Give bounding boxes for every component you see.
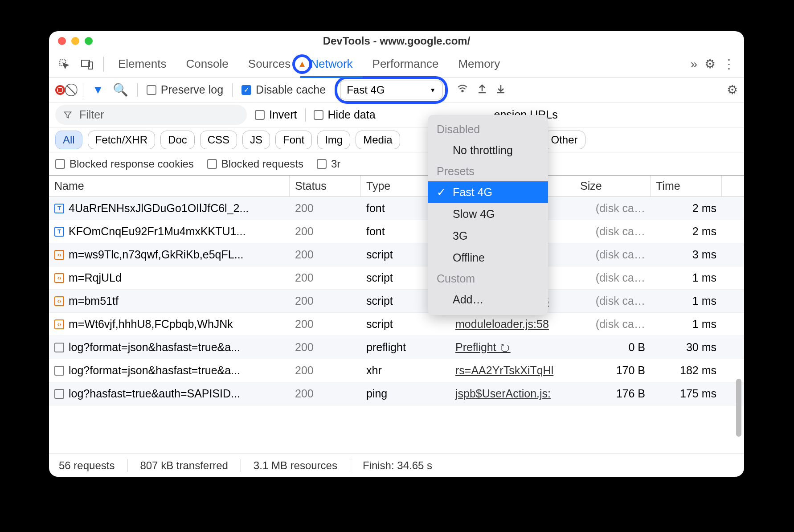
tab-memory[interactable]: Memory — [448, 51, 510, 78]
table-row[interactable]: ‹›m=bm51tf200scriptmoduleloader.js:58(di… — [49, 290, 744, 313]
warning-icon: ▲ — [298, 59, 307, 69]
export-har-icon[interactable] — [477, 83, 487, 97]
request-type: script — [361, 318, 450, 331]
request-size: (disk ca… — [575, 318, 651, 331]
inspect-icon[interactable] — [55, 55, 73, 73]
devtools-window: DevTools - www.google.com/ Elements Cons… — [49, 31, 744, 477]
tab-network[interactable]: ▲ Network — [300, 51, 362, 78]
tab-sources[interactable]: Sources — [238, 51, 300, 78]
throttle-option-none[interactable]: No throttling — [428, 139, 548, 161]
col-status[interactable]: Status — [290, 176, 361, 196]
request-name: log?hasfast=true&auth=SAPISID... — [69, 387, 240, 400]
request-status: 200 — [290, 202, 361, 215]
import-har-icon[interactable] — [496, 83, 506, 97]
request-size: (disk ca… — [575, 271, 651, 284]
request-time: 1 ms — [651, 318, 722, 331]
kebab-menu-icon[interactable]: ⋮ — [723, 57, 735, 71]
tab-elements[interactable]: Elements — [108, 51, 176, 78]
status-requests: 56 requests — [59, 459, 115, 472]
chip-img[interactable]: Img — [317, 131, 350, 149]
resource-type-chips: All Fetch/XHR Doc CSS JS Font Img Media … — [49, 127, 744, 152]
throttle-option-fast4g[interactable]: Fast 4G — [428, 181, 548, 203]
status-finish: Finish: 34.65 s — [363, 459, 432, 472]
font-icon: T — [54, 227, 64, 237]
tab-console[interactable]: Console — [176, 51, 238, 78]
vertical-scrollbar[interactable] — [736, 223, 741, 441]
device-toggle-icon[interactable] — [78, 55, 96, 73]
blocked-response-cookies-checkbox[interactable]: Blocked response cookies — [55, 158, 194, 170]
hide-data-urls-checkbox[interactable]: Hide data — [314, 108, 376, 121]
divider — [83, 83, 83, 97]
chip-font[interactable]: Font — [275, 131, 312, 149]
request-type: xhr — [361, 364, 450, 377]
record-button[interactable] — [55, 85, 65, 95]
table-row[interactable]: ‹›m=Wt6vjf,hhhU8,FCpbqb,WhJNk200scriptmo… — [49, 313, 744, 336]
request-initiator[interactable]: rs=AA2YrTskXiTqHl — [450, 364, 575, 377]
request-time: 175 ms — [651, 387, 722, 400]
col-name[interactable]: Name — [49, 176, 290, 196]
request-size: 0 B — [575, 341, 651, 354]
throttle-option-slow4g[interactable]: Slow 4G — [428, 203, 548, 225]
throttle-select[interactable]: Fast 4G▼ — [340, 81, 442, 99]
chip-fetch-xhr[interactable]: Fetch/XHR — [88, 131, 155, 149]
network-table-header: Name Status Type Initiator Size Time — [49, 176, 744, 197]
table-row[interactable]: log?format=json&hasfast=true&a...200pref… — [49, 336, 744, 359]
col-size[interactable]: Size — [575, 176, 651, 196]
tabs-overflow[interactable]: » — [690, 57, 697, 71]
chip-all[interactable]: All — [55, 131, 82, 149]
request-status: 200 — [290, 295, 361, 307]
chip-css[interactable]: CSS — [200, 131, 237, 149]
divider — [103, 57, 104, 72]
request-status: 200 — [290, 248, 361, 261]
invert-checkbox[interactable]: Invert — [255, 108, 297, 121]
tab-performance[interactable]: Performance — [363, 51, 449, 78]
preserve-log-checkbox[interactable]: Preserve log — [147, 83, 223, 96]
chip-media[interactable]: Media — [356, 131, 400, 149]
throttle-option-add[interactable]: Add… — [428, 289, 548, 311]
throttle-option-3g[interactable]: 3G — [428, 225, 548, 247]
request-name: m=bm51tf — [69, 295, 119, 307]
panel-tabbar: Elements Console Sources ▲ Network Perfo… — [49, 51, 744, 78]
request-size: (disk ca… — [575, 295, 651, 307]
status-bar: 56 requests 807 kB transferred 3.1 MB re… — [49, 454, 744, 477]
network-conditions-icon[interactable] — [457, 82, 468, 97]
table-row[interactable]: T4UaRrENHsxJlGDuGo1OIlJfC6l_2...200fontn… — [49, 197, 744, 220]
throttle-option-offline[interactable]: Offline — [428, 247, 548, 269]
request-size: (disk ca… — [575, 225, 651, 238]
network-table-body: T4UaRrENHsxJlGDuGo1OIlJfC6l_2...200fontn… — [49, 197, 744, 405]
warning-badge: ▲ — [292, 54, 312, 74]
table-row[interactable]: log?format=json&hasfast=true&a...200xhrr… — [49, 359, 744, 382]
request-initiator[interactable]: Preflight ⭮ — [450, 341, 575, 354]
request-name: m=ws9Tlc,n73qwf,GkRiKb,e5qFL... — [69, 248, 244, 261]
chip-doc[interactable]: Doc — [160, 131, 195, 149]
table-row[interactable]: ‹›m=RqjULd200script58(disk ca…1 ms — [49, 266, 744, 290]
request-size: 176 B — [575, 387, 651, 400]
search-icon[interactable]: 🔍 — [113, 82, 128, 97]
divider — [232, 83, 233, 97]
settings-icon[interactable]: ⚙ — [704, 57, 716, 71]
chip-other[interactable]: Other — [544, 131, 585, 149]
col-time[interactable]: Time — [651, 176, 722, 196]
script-icon: ‹› — [54, 296, 64, 306]
svg-point-3 — [462, 90, 463, 92]
request-initiator[interactable]: moduleloader.js:58 — [450, 318, 575, 331]
request-name: KFOmCnqEu92Fr1Mu4mxKKTU1... — [69, 225, 246, 238]
request-size: (disk ca… — [575, 248, 651, 261]
filter-input[interactable]: Filter — [55, 105, 247, 125]
request-initiator[interactable]: jspb$UserAction.js: — [450, 387, 575, 400]
panel-settings-icon[interactable]: ⚙ — [727, 82, 738, 97]
request-time: 30 ms — [651, 341, 722, 354]
third-party-checkbox-tail[interactable]: 3r — [317, 158, 340, 170]
filter-toggle-icon[interactable]: ▼ — [92, 83, 104, 97]
request-status: 200 — [290, 364, 361, 377]
table-row[interactable]: ‹›m=ws9Tlc,n73qwf,GkRiKb,e5qFL...200scri… — [49, 243, 744, 266]
disable-cache-checkbox[interactable]: ✓Disable cache — [241, 83, 326, 96]
doc-icon — [54, 389, 64, 399]
request-time: 2 ms — [651, 225, 722, 238]
request-status: 200 — [290, 387, 361, 400]
blocked-requests-checkbox[interactable]: Blocked requests — [207, 158, 303, 170]
table-row[interactable]: log?hasfast=true&auth=SAPISID...200pingj… — [49, 382, 744, 405]
chip-js[interactable]: JS — [242, 131, 270, 149]
table-row[interactable]: TKFOmCnqEu92Fr1Mu4mxKKTU1...200fontn3:(d… — [49, 220, 744, 243]
dropdown-group-custom: Custom — [428, 269, 548, 289]
